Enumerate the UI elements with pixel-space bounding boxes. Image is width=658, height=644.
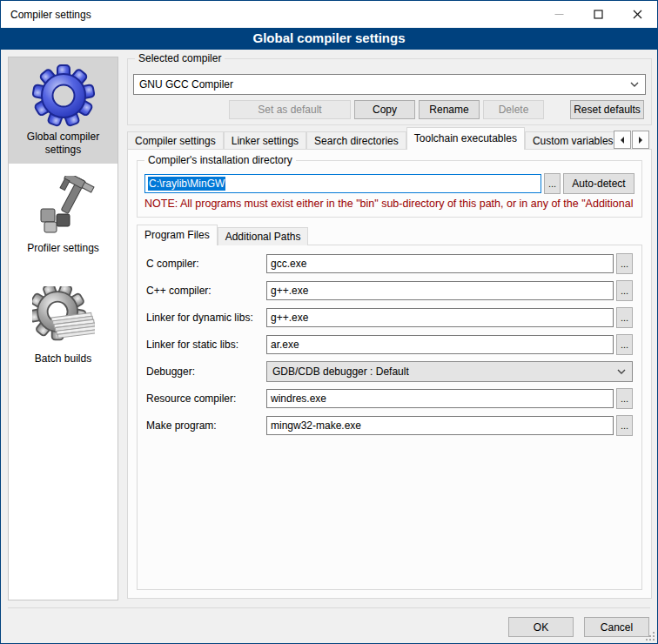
field-label: Resource compiler: (146, 392, 266, 405)
minimize-button[interactable] (540, 1, 579, 28)
browse-static-linker-button[interactable]: ... (616, 334, 633, 355)
static-linker-input[interactable] (266, 335, 614, 354)
browse-make-program-button[interactable]: ... (616, 415, 633, 436)
debugger-select-value: GDB/CDB debugger : Default (272, 366, 616, 378)
titlebar: Compiler settings (1, 1, 657, 28)
reset-defaults-button[interactable]: Reset defaults (570, 100, 644, 119)
minimize-icon (554, 10, 564, 19)
installation-directory-input[interactable]: C:\raylib\MinGW (144, 174, 541, 193)
installation-directory-value: C:\raylib\MinGW (148, 177, 225, 191)
triangle-left-icon (619, 136, 626, 144)
set-as-default-button[interactable]: Set as default (229, 100, 351, 119)
settings-category-list: Global compiler settings Profiler settin… (8, 57, 118, 600)
sidebar-item-global-compiler-settings[interactable]: Global compiler settings (9, 57, 118, 164)
resize-grip-icon[interactable] (646, 632, 655, 641)
close-icon (633, 10, 642, 19)
browse-resource-compiler-button[interactable]: ... (616, 388, 633, 409)
field-label: C compiler: (146, 258, 266, 270)
field-row-c-compiler: C compiler: ... (146, 253, 633, 274)
installation-directory-group: Compiler's installation directory C:\ray… (137, 160, 642, 218)
resource-compiler-input[interactable] (266, 389, 614, 408)
window-title: Compiler settings (1, 9, 91, 21)
field-row-debugger: Debugger: GDB/CDB debugger : Default (146, 361, 633, 382)
toolchain-executables-panel: Compiler's installation directory C:\ray… (127, 149, 652, 599)
settings-tabstrip: Compiler settingsLinker settingsSearch d… (127, 127, 614, 150)
maximize-icon (594, 10, 603, 19)
bin-subdirectory-note: NOTE: All programs must exist either in … (144, 198, 640, 210)
field-row-dynamic-linker: Linker for dynamic libs: ... (146, 307, 633, 328)
c-compiler-input[interactable] (266, 254, 614, 273)
triangle-right-icon (637, 136, 644, 144)
ok-button[interactable]: OK (508, 617, 574, 637)
installation-directory-row: C:\raylib\MinGW ... Auto-detect (144, 173, 634, 194)
footer-separator (8, 607, 650, 608)
program-files-panel: C compiler: ... C++ compiler: ... Linker… (137, 245, 642, 590)
cancel-button[interactable]: Cancel (584, 617, 649, 637)
gray-gear-stack-icon (32, 286, 95, 349)
field-label: Linker for static libs: (146, 339, 266, 351)
debugger-select[interactable]: GDB/CDB debugger : Default (266, 361, 633, 382)
compiler-select-value: GNU GCC Compiler (139, 78, 629, 91)
delete-button[interactable]: Delete (483, 100, 544, 119)
page-title: Global compiler settings (1, 28, 657, 50)
browse-c-compiler-button[interactable]: ... (616, 253, 633, 274)
browse-dynamic-linker-button[interactable]: ... (616, 307, 633, 328)
compiler-actions: Set as default Copy Rename Delete Reset … (225, 100, 644, 119)
make-program-input[interactable] (266, 416, 614, 435)
sidebar-item-label: Global compiler settings (10, 131, 116, 157)
browse-cpp-compiler-button[interactable]: ... (616, 280, 633, 301)
caliper-blocks-icon (32, 176, 95, 238)
sidebar-item-batch-builds[interactable]: Batch builds (9, 279, 118, 372)
selected-compiler-legend: Selected compiler (135, 52, 225, 64)
cpp-compiler-input[interactable] (266, 281, 614, 300)
copy-button[interactable]: Copy (354, 100, 415, 119)
chevron-down-icon (616, 368, 627, 375)
field-row-static-linker: Linker for static libs: ... (146, 334, 633, 355)
tab-search-directories[interactable]: Search directories (306, 131, 406, 150)
tab-program-files[interactable]: Program Files (137, 225, 218, 245)
tab-scroll-arrows (613, 131, 649, 149)
field-row-resource-compiler: Resource compiler: ... (146, 388, 633, 409)
tab-compiler-settings[interactable]: Compiler settings (127, 131, 224, 150)
tab-linker-settings[interactable]: Linker settings (224, 131, 306, 150)
tab-scroll-left-button[interactable] (614, 131, 631, 149)
browse-directory-button[interactable]: ... (544, 173, 561, 194)
blue-gear-icon (32, 64, 95, 127)
sidebar-item-label: Batch builds (10, 352, 116, 366)
program-tabstrip: Program FilesAdditional Paths (137, 225, 308, 245)
selected-compiler-group: Selected compiler GNU GCC Compiler Set a… (127, 58, 652, 125)
compiler-settings-dialog: Compiler settings Global compiler settin… (0, 0, 658, 644)
tab-custom-variables[interactable]: Custom variables (525, 131, 614, 150)
field-label: C++ compiler: (146, 285, 266, 297)
compiler-select[interactable]: GNU GCC Compiler (133, 74, 646, 95)
button-row-spacer (544, 100, 567, 119)
close-button[interactable] (618, 1, 657, 28)
tab-scroll-right-button[interactable] (632, 131, 649, 149)
field-row-cpp-compiler: C++ compiler: ... (146, 280, 633, 301)
field-label: Make program: (146, 419, 266, 432)
field-label: Debugger: (146, 366, 266, 378)
window-controls (540, 1, 657, 28)
installation-directory-legend: Compiler's installation directory (144, 154, 296, 166)
sidebar-item-profiler-settings[interactable]: Profiler settings (9, 169, 118, 262)
tab-toolchain-executables[interactable]: Toolchain executables (406, 127, 525, 150)
tab-additional-paths[interactable]: Additional Paths (218, 227, 309, 245)
field-row-make-program: Make program: ... (146, 415, 633, 436)
maximize-button[interactable] (579, 1, 618, 28)
dynamic-linker-input[interactable] (266, 308, 614, 327)
field-label: Linker for dynamic libs: (146, 312, 266, 324)
chevron-down-icon (629, 81, 640, 88)
sidebar-item-label: Profiler settings (10, 242, 116, 255)
rename-button[interactable]: Rename (419, 100, 480, 119)
auto-detect-button[interactable]: Auto-detect (563, 173, 634, 194)
